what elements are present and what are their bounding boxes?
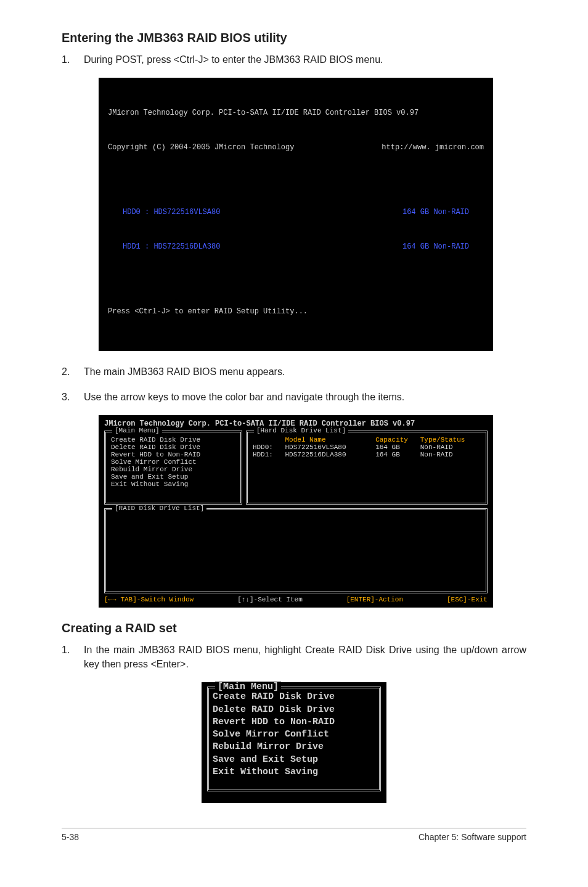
bios-copyright-line: Copyright (C) 2004-2005 JMicron Technolo…: [108, 142, 484, 154]
menu-item[interactable]: Solve Mirror Conflict: [213, 728, 375, 741]
menu-item[interactable]: Delete RAID Disk Drive: [213, 704, 375, 716]
menu-item[interactable]: Create RAID Disk Drive: [111, 436, 235, 444]
step-number: 1.: [62, 643, 84, 671]
hdd0-label: HDD0 : HDS722516VLSA80: [108, 207, 220, 218]
hdd-label: HDD1:: [253, 451, 281, 458]
chapter-title: Chapter 5: Software support: [419, 832, 526, 842]
main-menu-list: Create RAID Disk Drive Delete RAID Disk …: [111, 436, 235, 488]
hdd-row: HDD1: HDS722516DLA380 164 GB Non-RAID: [253, 451, 481, 458]
section2-heading: Creating a RAID set: [62, 621, 526, 635]
section1-heading: Entering the JMB363 RAID BIOS utility: [62, 31, 526, 45]
main-menu-closeup-frame: [Main Menu] Create RAID Disk Drive Delet…: [207, 687, 381, 791]
hdd-stat: Non-RAID: [420, 451, 476, 458]
main-menu-closeup-legend: [Main Menu]: [215, 682, 281, 692]
page-footer: 5-38 Chapter 5: Software support: [62, 828, 526, 842]
section1-step3: 3. Use the arrow keys to move the color …: [62, 390, 526, 404]
step-text: In the main JMB363 RAID BIOS menu, highl…: [84, 643, 526, 671]
menu-item[interactable]: Solve Mirror Conflict: [111, 458, 235, 466]
step-text: The main JMB363 RAID BIOS menu appears.: [84, 365, 526, 379]
raid-list-frame: [RAID Disk Drive List]: [104, 508, 488, 593]
bios-copyright-right: http://www. jmicron.com: [382, 142, 484, 154]
bios2-footer: [←→ TAB]-Switch Window [↑↓]-Select Item …: [104, 596, 488, 603]
hdd-list-legend: [Hard Disk Drive List]: [254, 427, 348, 434]
hdr-capacity: Capacity: [375, 436, 416, 444]
hdd1-status: 164 GB Non-RAID: [402, 241, 484, 253]
section1-step2: 2. The main JMB363 RAID BIOS menu appear…: [62, 365, 526, 379]
hdd-stat: Non-RAID: [420, 444, 476, 451]
menu-item[interactable]: Exit Without Saving: [213, 766, 375, 778]
hdr-model: Model Name: [285, 436, 372, 444]
menu-item[interactable]: Rebuild Mirror Drive: [111, 466, 235, 473]
menu-item-selected[interactable]: Create RAID Disk Drive: [213, 691, 335, 702]
step-number: 1.: [62, 52, 84, 67]
bios-title-line: JMicron Technology Corp. PCI-to-SATA II/…: [108, 107, 484, 119]
bios-post-screenshot: JMicron Technology Corp. PCI-to-SATA II/…: [99, 78, 493, 350]
menu-item[interactable]: Revert HDD to Non-RAID: [213, 716, 375, 728]
menu-item[interactable]: Delete RAID Disk Drive: [111, 444, 235, 451]
step-number: 3.: [62, 390, 84, 404]
raid-list-legend: [RAID Disk Drive List]: [112, 505, 206, 512]
hdd-cap: 164 GB: [375, 451, 416, 458]
main-menu-closeup: [Main Menu] Create RAID Disk Drive Delet…: [202, 682, 386, 803]
hdr-status: Type/Status: [420, 436, 476, 444]
document-page: Entering the JMB363 RAID BIOS utility 1.…: [0, 0, 588, 860]
hdd-model: HDS722516VLSA80: [285, 444, 372, 451]
bios-main-menu-screenshot: JMicron Technology Corp. PCI-to-SATA II/…: [99, 415, 493, 608]
page-number: 5-38: [62, 832, 79, 842]
footer-exit: [ESC]-Exit: [447, 596, 488, 603]
menu-item[interactable]: Save and Exit Setup: [111, 473, 235, 481]
section2-step1: 1. In the main JMB363 RAID BIOS menu, hi…: [62, 643, 526, 671]
footer-action: [ENTER]-Action: [346, 596, 403, 603]
menu-item[interactable]: Exit Without Saving: [111, 481, 235, 488]
hdd-list-header: Model Name Capacity Type/Status: [253, 436, 481, 444]
hdd1-label: HDD1 : HDS722516DLA380: [108, 241, 220, 253]
step-text: During POST, press <Ctrl-J> to enter the…: [84, 52, 526, 67]
hdd-cap: 164 GB: [375, 444, 416, 451]
hdd-row: HDD0: HDS722516VLSA80 164 GB Non-RAID: [253, 444, 481, 451]
menu-item[interactable]: Rebuild Mirror Drive: [213, 741, 375, 753]
hdd-model: HDS722516DLA380: [285, 451, 372, 458]
hdd0-status: 164 GB Non-RAID: [402, 207, 484, 218]
step-text: Use the arrow keys to move the color bar…: [84, 390, 526, 404]
bios-copyright-left: Copyright (C) 2004-2005 JMicron Technolo…: [108, 142, 294, 154]
footer-select: [↑↓]-Select Item: [237, 596, 303, 603]
main-menu-frame: [Main Menu] Create RAID Disk Drive Delet…: [104, 431, 242, 505]
footer-switch: [←→ TAB]-Switch Window: [104, 596, 194, 603]
menu-item[interactable]: Save and Exit Setup: [213, 754, 375, 766]
main-menu-legend: [Main Menu]: [112, 427, 162, 434]
menu-item[interactable]: Revert HDD to Non-RAID: [111, 451, 235, 458]
bios-drive-row: HDD1 : HDS722516DLA380 164 GB Non-RAID: [108, 241, 484, 253]
hdd-label: HDD0:: [253, 444, 281, 451]
hdd-list-frame: [Hard Disk Drive List] Model Name Capaci…: [246, 431, 488, 505]
bios-prompt: Press <Ctrl-J> to enter RAID Setup Utili…: [108, 306, 484, 318]
section1-step1: 1. During POST, press <Ctrl-J> to enter …: [62, 52, 526, 67]
step-number: 2.: [62, 365, 84, 379]
bios-drive-row: HDD0 : HDS722516VLSA80 164 GB Non-RAID: [108, 207, 484, 218]
